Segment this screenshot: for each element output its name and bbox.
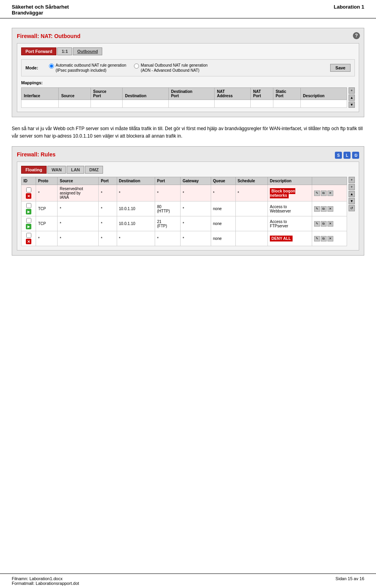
- table-row: ✕ * Reserved/notassigned byIANA * * * * …: [22, 185, 347, 201]
- row3-checkbox[interactable]: [26, 218, 31, 223]
- tab-port-forward[interactable]: Port Forward: [21, 47, 56, 55]
- rules-badge-s[interactable]: S: [335, 152, 342, 159]
- page-header: Säkerhet och Sårbarhet Brandväggar Labor…: [0, 0, 376, 18]
- row1-id: ✕: [22, 185, 36, 201]
- header-left: Säkerhet och Sårbarhet Brandväggar: [12, 4, 69, 16]
- row1-desc: Block bogonnetworks: [268, 185, 312, 201]
- tab-wan[interactable]: WAN: [47, 166, 66, 174]
- tab-lan[interactable]: LAN: [67, 166, 84, 174]
- row4-port: *: [99, 231, 117, 246]
- nat-action-icons: + ▲ ▼: [349, 87, 355, 108]
- tab-outbound[interactable]: Outbound: [73, 47, 102, 55]
- nat-inner: Port Forward 1:1 Outbound Mode: Automati…: [17, 43, 359, 112]
- row2-queue: none: [211, 201, 235, 216]
- row1-del-icon[interactable]: ✕: [327, 191, 333, 196]
- rules-col-source: Source: [58, 177, 99, 185]
- rules-col-queue: Queue: [211, 177, 235, 185]
- nat-up-icon[interactable]: ▲: [349, 94, 355, 101]
- row1-queue: *: [211, 185, 235, 201]
- row3-edit-icon[interactable]: ✎: [314, 221, 320, 227]
- row1-port: *: [99, 185, 117, 201]
- row3-destination: 10.0.1.10: [117, 216, 155, 231]
- row1-edit-icon[interactable]: ✎: [314, 191, 320, 196]
- header-lab: Laboration 1: [334, 4, 364, 10]
- rules-col-description: Description: [268, 177, 312, 185]
- row4-checkbox[interactable]: [26, 233, 31, 238]
- rules-col-id: ID: [22, 177, 36, 185]
- tab-1-1[interactable]: 1:1: [57, 47, 72, 55]
- help-icon[interactable]: ?: [353, 32, 360, 39]
- table-row: ▶ TCP * * 10.0.1.10 80(HTTP) * none Acce…: [22, 201, 347, 216]
- row1-checkbox[interactable]: [26, 187, 31, 192]
- row1-proto: *: [36, 185, 58, 201]
- row3-gateway: *: [181, 216, 211, 231]
- row4-actions: ✎ ⧉ ✕: [312, 231, 347, 246]
- mode-auto-text: Automatic outbound NAT rule generation (…: [56, 63, 126, 73]
- rules-add-icon[interactable]: +: [349, 177, 355, 183]
- rules-up-icon[interactable]: ▲: [349, 191, 355, 197]
- mode-radio-auto[interactable]: [49, 64, 54, 69]
- rules-down-icon[interactable]: ▼: [349, 198, 355, 204]
- rules-col-actions: [312, 177, 347, 185]
- row2-checkbox[interactable]: [26, 203, 31, 208]
- nat-mappings-table: Interface Source SourcePort Destination …: [21, 87, 347, 108]
- rules-table: ID Proto Source Port Destination Port Ga…: [21, 177, 347, 246]
- row3-del-icon[interactable]: ✕: [327, 221, 333, 227]
- table-row: ▶ TCP * * 10.0.1.10 21(FTP) * none Acces…: [22, 216, 347, 231]
- row4-copy-icon[interactable]: ⧉: [321, 236, 327, 241]
- nat-tab-bar: Port Forward 1:1 Outbound: [21, 47, 355, 55]
- row4-gateway: *: [181, 231, 211, 246]
- rules-tab-bar: Floating WAN LAN DMZ: [21, 166, 355, 174]
- rules-badge-l[interactable]: L: [343, 152, 351, 159]
- nat-col-static-port: StaticPort: [273, 88, 300, 100]
- row2-source: *: [58, 201, 99, 216]
- row4-destination: *: [117, 231, 155, 246]
- row2-schedule: [235, 201, 268, 216]
- row1-schedule: *: [235, 185, 268, 201]
- nat-save-button[interactable]: Save: [330, 64, 351, 72]
- footer-format: Formatmall: Laborationsrapport.dot: [12, 581, 79, 586]
- rules-reload-icon[interactable]: ↺: [349, 205, 355, 211]
- row3-source: *: [58, 216, 99, 231]
- tab-floating[interactable]: Floating: [21, 166, 47, 174]
- footer-left: Filnamn: Laboration1.docx Formatmall: La…: [12, 576, 79, 586]
- mode-label: Mode:: [25, 65, 41, 70]
- row2-copy-icon[interactable]: ⧉: [321, 206, 327, 212]
- tab-dmz[interactable]: DMZ: [85, 166, 103, 174]
- rules-col-gateway: Gateway: [181, 177, 211, 185]
- row2-destination: 10.0.1.10: [117, 201, 155, 216]
- rules-icons: S L ①: [335, 152, 359, 159]
- nat-add-icon[interactable]: +: [349, 87, 355, 94]
- rules-action-icons: + + ▲ ▼ ↺: [349, 177, 355, 246]
- rules-add2-icon[interactable]: +: [349, 184, 355, 190]
- row4-queue: none: [211, 231, 235, 246]
- row3-actions: ✎ ⧉ ✕: [312, 216, 347, 231]
- row4-dest-port: *: [155, 231, 181, 246]
- mode-option-manual[interactable]: Manual Outbound NAT rule generation (AON…: [134, 63, 208, 73]
- row4-del-icon[interactable]: ✕: [327, 236, 333, 241]
- rules-table-wrapper: ID Proto Source Port Destination Port Ga…: [21, 177, 355, 246]
- row1-copy-icon[interactable]: ⧉: [321, 191, 327, 196]
- page-content: Firewall: NAT: Outbound ? Port Forward 1…: [0, 20, 376, 271]
- rules-badge-num[interactable]: ①: [352, 152, 359, 159]
- rules-col-schedule: Schedule: [235, 177, 268, 185]
- row3-proto: TCP: [36, 216, 58, 231]
- row2-del-icon[interactable]: ✕: [327, 206, 333, 212]
- nat-col-destination: Destination: [123, 88, 168, 100]
- row2-edit-icon[interactable]: ✎: [314, 206, 320, 212]
- header-title-line1: Säkerhet och Sårbarhet: [12, 4, 69, 10]
- row2-id: ▶: [22, 201, 36, 216]
- mode-radio-manual[interactable]: [134, 64, 139, 69]
- nat-col-dest-port: DestinationPort: [168, 88, 214, 100]
- row4-edit-icon[interactable]: ✎: [314, 236, 320, 241]
- row4-id: ✕: [22, 231, 36, 246]
- row3-copy-icon[interactable]: ⧉: [321, 221, 327, 227]
- nat-col-interface: Interface: [22, 88, 59, 100]
- mode-option-auto[interactable]: Automatic outbound NAT rule generation (…: [49, 63, 126, 73]
- nat-empty-row: [22, 100, 347, 108]
- nat-col-source: Source: [59, 88, 91, 100]
- row3-schedule: [235, 216, 268, 231]
- mode-manual-text: Manual Outbound NAT rule generation (AON…: [141, 63, 208, 73]
- row4-source: *: [58, 231, 99, 246]
- nat-down-icon[interactable]: ▼: [349, 102, 355, 108]
